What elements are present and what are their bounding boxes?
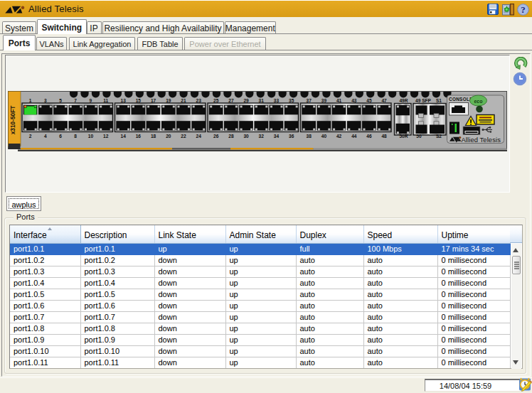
svg-text:21: 21 — [181, 98, 186, 103]
svg-text:40: 40 — [321, 134, 327, 139]
svg-text:34: 34 — [274, 134, 280, 139]
svg-text:12: 12 — [103, 134, 109, 139]
svg-text:16: 16 — [136, 134, 142, 139]
svg-text:3: 3 — [44, 98, 47, 103]
svg-text:31: 31 — [259, 98, 265, 103]
svg-text:38: 38 — [307, 134, 312, 139]
svg-text:28: 28 — [228, 134, 234, 139]
svg-text:22: 22 — [181, 134, 186, 139]
svg-text:36: 36 — [289, 134, 294, 139]
svg-text:20: 20 — [166, 134, 171, 139]
svg-text:eco: eco — [474, 99, 482, 104]
svg-text:6: 6 — [59, 134, 62, 139]
svg-text:23: 23 — [196, 98, 202, 103]
svg-text:S1: S1 — [436, 98, 442, 103]
svg-text:13: 13 — [121, 98, 127, 103]
svg-text:48: 48 — [381, 134, 387, 139]
svg-text:1: 1 — [29, 98, 32, 103]
svg-text:15: 15 — [136, 98, 142, 103]
svg-text:42: 42 — [336, 134, 342, 139]
svg-text:19: 19 — [166, 98, 171, 103]
svg-text:50: 50 — [416, 134, 422, 139]
svg-text:5: 5 — [59, 98, 62, 103]
svg-text:CONSOLE: CONSOLE — [449, 97, 473, 102]
svg-text:24: 24 — [196, 134, 202, 139]
svg-text:8: 8 — [74, 134, 77, 139]
svg-text:45: 45 — [366, 98, 372, 103]
svg-text:33: 33 — [274, 98, 280, 103]
svg-text:9: 9 — [90, 98, 92, 103]
svg-text:?: ? — [521, 4, 526, 15]
svg-text:49 SFP: 49 SFP — [415, 98, 432, 103]
svg-text:10: 10 — [88, 134, 94, 139]
svg-text:18: 18 — [151, 134, 156, 139]
svg-text:26: 26 — [213, 134, 219, 139]
svg-text:Allied Telesis: Allied Telesis — [462, 136, 501, 144]
svg-text:11: 11 — [103, 98, 108, 103]
svg-text:7: 7 — [74, 98, 77, 103]
svg-text:30: 30 — [243, 134, 249, 139]
svg-text:25: 25 — [213, 98, 219, 103]
svg-text:35: 35 — [289, 98, 294, 103]
svg-text:39: 39 — [321, 98, 327, 103]
svg-text:4: 4 — [44, 134, 47, 139]
svg-text:27: 27 — [228, 98, 234, 103]
svg-text:41: 41 — [336, 98, 342, 103]
svg-text:37: 37 — [307, 98, 312, 103]
svg-text:S2: S2 — [436, 134, 442, 139]
svg-text:x310-50FT: x310-50FT — [9, 106, 16, 135]
svg-text:17: 17 — [151, 98, 156, 103]
svg-text:50R: 50R — [399, 134, 408, 139]
svg-text:14: 14 — [121, 134, 127, 139]
svg-text:43: 43 — [351, 98, 357, 103]
svg-text:47: 47 — [381, 98, 387, 103]
svg-text:2: 2 — [29, 134, 32, 139]
svg-text:44: 44 — [351, 134, 357, 139]
svg-text:46: 46 — [366, 134, 372, 139]
svg-text:49R: 49R — [399, 98, 408, 103]
svg-text:29: 29 — [243, 98, 249, 103]
svg-text:32: 32 — [259, 134, 265, 139]
